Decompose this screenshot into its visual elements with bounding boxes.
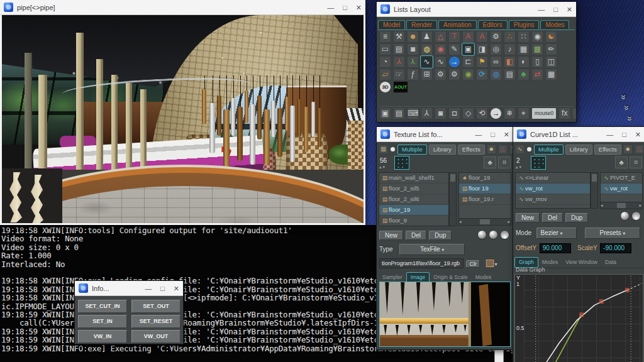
del-button[interactable]: Del (542, 213, 563, 222)
dup-button[interactable]: Dup (565, 213, 588, 222)
dup-button[interactable]: Dup (429, 231, 452, 240)
new-button[interactable]: New (516, 213, 540, 222)
link-icon[interactable]: ∞ (490, 56, 502, 68)
close-icon[interactable]: ✕ (567, 5, 572, 14)
close-icon[interactable]: ✕ (635, 130, 641, 139)
mask-icon[interactable]: ☻ (407, 31, 419, 43)
layout-tab[interactable]: Model (378, 20, 405, 29)
italic-text-icon[interactable]: A (462, 31, 474, 43)
script-icon[interactable]: ◉ (462, 69, 474, 80)
globe-icon[interactable]: ◍ (490, 69, 502, 80)
particles-icon[interactable]: ∴ (504, 31, 516, 43)
refresh-icon[interactable]: ⟳ (476, 69, 488, 80)
curve1d-titlebar[interactable]: ◍ Curve1D List ... — □ ✕ (513, 127, 644, 142)
cube-icon[interactable]: ◇ (462, 107, 474, 119)
page-icon[interactable]: ▯ (531, 56, 543, 68)
offsety-value[interactable]: 90.000 (540, 243, 571, 253)
3d-mode-icon[interactable]: 3D (379, 81, 391, 93)
projector-icon[interactable]: ◨ (476, 43, 488, 55)
tree-view-icon[interactable]: ♣ (615, 156, 628, 168)
sphere-preview[interactable] (620, 211, 630, 221)
music-icon[interactable]: ♪ (504, 43, 516, 55)
curve-tree-hscroll[interactable]: ◂▸ (600, 202, 643, 209)
minimize-icon[interactable]: — (475, 130, 482, 139)
cup-preview[interactable] (500, 230, 509, 239)
curve-list-scrollbar[interactable] (591, 172, 598, 209)
curve3d-icon[interactable]: ∿ (435, 56, 447, 68)
effects-button[interactable]: Effects (594, 145, 621, 155)
sphere-preview[interactable] (477, 230, 487, 239)
mask-icon[interactable]: ☻ (623, 145, 633, 154)
curve-tree[interactable]: ∿PIVOT_E∿vw_rot (600, 172, 643, 202)
library-button[interactable]: Library (429, 145, 456, 155)
save-icon[interactable]: ▣ (379, 107, 391, 119)
close-icon[interactable]: ✕ (356, 3, 362, 12)
recycle-icon[interactable]: ⟲ (476, 107, 488, 119)
layout-tab[interactable]: Animation (438, 20, 476, 29)
sort-arrows[interactable]: ▴▾ (379, 165, 386, 170)
pens-icon[interactable]: ✏ (545, 43, 557, 55)
texture-item[interactable]: ▤floor_2_sil6 (379, 194, 448, 205)
hand-icon[interactable]: ☞ (393, 69, 405, 80)
texture-tree-hscroll[interactable]: ◂▸ (458, 218, 511, 226)
bulb-icon[interactable]: ◍ (421, 43, 433, 55)
cup-preview[interactable] (631, 211, 641, 221)
fx-chip[interactable]: fx (558, 107, 570, 119)
dot-icon[interactable]: · (572, 107, 576, 119)
spotlight-icon[interactable]: ◐ (518, 56, 530, 68)
curve-item[interactable]: ∿vw_mov (516, 194, 590, 205)
ed-doc-icon[interactable]: ▤ (504, 69, 516, 80)
texture-item[interactable]: ▤floor_2_sil5 (379, 184, 448, 194)
graph-tab[interactable]: Data (601, 258, 620, 267)
multiple-button[interactable]: Multiple (534, 145, 564, 155)
minimize-icon[interactable]: — (145, 284, 152, 293)
hierarchy-icon[interactable]: ≡ (379, 31, 391, 43)
viewport-icon[interactable]: ▣ (462, 43, 474, 55)
ruler-icon[interactable]: ⊏ (462, 56, 474, 68)
grid-view-icon[interactable] (394, 156, 409, 170)
texture-list-titlebar[interactable]: ◍ Texture List fo... — □ ✕ (377, 127, 513, 142)
portrait-icon[interactable]: ◘ (448, 107, 460, 119)
close-icon[interactable]: ✕ (504, 130, 509, 139)
tree-item[interactable]: ▤floor 19 (459, 184, 511, 194)
curve-item[interactable]: ∿vw_rot (516, 184, 590, 194)
xref-icon[interactable]: ⇄ (531, 69, 543, 80)
snowflake-icon[interactable]: ❄ (504, 107, 516, 119)
gear-icon[interactable]: ⚙ (490, 31, 502, 43)
image-icon[interactable]: ▨ (485, 257, 494, 268)
mouse0-chip[interactable]: mouse0 (531, 107, 557, 119)
camera-icon[interactable]: ◉ (531, 31, 543, 43)
monitor-icon[interactable]: ▭ (379, 43, 391, 55)
maximize-icon[interactable]: □ (622, 130, 626, 139)
triangle-icon[interactable]: △ (635, 145, 644, 154)
chevron-down-icon[interactable]: ▾ (495, 261, 497, 267)
building-icon[interactable]: ▦ (545, 69, 557, 80)
layout-tab[interactable]: Editors (478, 20, 508, 29)
rgb-icon[interactable]: ◉ (435, 43, 447, 55)
mask-icon[interactable]: ☻ (487, 145, 496, 154)
texture-item[interactable]: ▤floor_19 (379, 205, 448, 216)
vw-out-button[interactable]: VW_OUT (131, 330, 180, 343)
tree-view-icon[interactable]: ♣ (484, 156, 496, 168)
mouse-icon[interactable]: ⌖ (518, 107, 530, 119)
library-button[interactable]: Library (565, 145, 592, 155)
texture-tab[interactable]: Sampler (379, 273, 406, 282)
stopwatch-icon[interactable]: ◔ (379, 56, 391, 68)
palette-icon[interactable]: ☯ (545, 31, 557, 43)
presets-dropdown[interactable]: Presets ▾ (585, 228, 640, 239)
keyboard-icon[interactable]: ⌨ (407, 107, 419, 119)
clapper-icon[interactable]: ◫ (545, 56, 557, 68)
tree-item[interactable]: ▤floor_19.r (459, 194, 511, 205)
box-icon[interactable]: ▤ (393, 43, 405, 55)
curve1d-icon[interactable]: ∿ (421, 56, 433, 68)
minimize-icon[interactable]: — (606, 130, 613, 139)
sphere-preview[interactable] (489, 230, 498, 239)
graph-tab[interactable]: Modes (538, 258, 562, 267)
curve-item-list[interactable]: ∿<>Linear∿vw_rot∿vw_mov (515, 172, 591, 209)
maximize-icon[interactable]: □ (343, 3, 347, 12)
texture-tree[interactable]: ♣floor_19▤floor 19▤floor_19.r (458, 172, 511, 219)
minimize-icon[interactable]: — (327, 3, 334, 12)
lists-layout-titlebar[interactable]: ◍ Lists Layout — □ ✕ (377, 2, 576, 17)
curve-graph-svg[interactable] (524, 276, 641, 362)
set-cut-in-button[interactable]: SET_CUT_IN (78, 300, 127, 313)
